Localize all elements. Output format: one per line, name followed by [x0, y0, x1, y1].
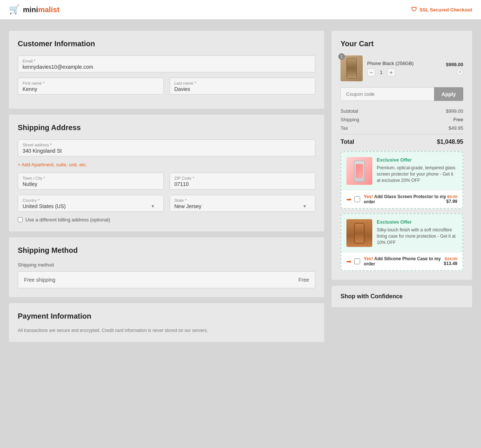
offer-badge-1: Exclusive Offer	[377, 219, 457, 225]
country-wrapper: Country * United States (US) ▼	[18, 195, 164, 212]
total-label: Total	[341, 139, 354, 145]
offer-checkbox-1[interactable]	[354, 258, 360, 264]
offer-add-label-1: Add Silicone Phone Case to my order	[364, 256, 441, 267]
ssl-badge: 🛡 SSL Secured Checkout	[411, 6, 472, 13]
state-select[interactable]: New Jersey	[175, 203, 311, 209]
name-row: First name * Last name *	[18, 78, 315, 95]
country-group: Country * United States (US) ▼	[18, 195, 164, 212]
billing-checkbox[interactable]	[18, 217, 23, 222]
billing-checkbox-label: Use a different billing address (optiona…	[26, 217, 110, 223]
shipping-row: Shipping Free	[341, 117, 463, 122]
offer-desc-1: Silky-touch finish with a soft microfibr…	[377, 227, 457, 245]
email-label: Email *	[23, 59, 311, 63]
offer-card-1: Exclusive Offer Silky-touch finish with …	[341, 213, 463, 271]
shipping-address-section: Shipping Address Street address * Add Ap…	[9, 115, 324, 231]
city-wrapper: Town / City *	[18, 173, 164, 190]
cart-item-image: 1	[341, 55, 363, 81]
add-apartment-link[interactable]: Add Apartment, suite, unit, etc.	[18, 162, 87, 167]
qty-controls: − 1 +	[367, 68, 441, 77]
zip-input[interactable]	[175, 181, 311, 187]
qty-value: 1	[378, 69, 384, 75]
offer-add-text-0: Yes! Add Glass Screen Protector to my or…	[364, 194, 446, 204]
tax-label: Tax	[341, 125, 348, 131]
email-field-wrapper: Email *	[18, 55, 315, 72]
offer-add-text-1: Yes! Add Silicone Phone Case to my order	[364, 256, 444, 267]
offer-add-label-0: Add Glass Screen Protector to my order	[364, 194, 446, 204]
tax-value: $49.95	[448, 125, 463, 131]
state-wrapper: State * New Jersey ▼	[170, 195, 316, 212]
last-name-input[interactable]	[175, 86, 311, 92]
total-value: $1,048.95	[437, 139, 463, 145]
offer-yes-0: Yes!	[364, 194, 373, 199]
shield-icon: 🛡	[411, 6, 417, 13]
offer-yes-1: Yes!	[364, 256, 373, 261]
customer-information-section: Customer Information Email * First name …	[9, 31, 324, 109]
cart-item-info: Phone Black (256GB) − 1 +	[367, 61, 441, 77]
offer-bottom-0: ➡ Yes! Add Glass Screen Protector to my …	[341, 190, 463, 208]
billing-checkbox-row: Use a different billing address (optiona…	[18, 217, 315, 223]
offer-sale-price-1: $13.49	[444, 261, 457, 266]
country-select[interactable]: United States (US)	[23, 203, 159, 209]
street-input[interactable]	[23, 148, 311, 154]
coupon-input[interactable]	[341, 87, 434, 101]
state-label: State *	[175, 198, 311, 203]
zip-wrapper: ZIP Code *	[170, 173, 316, 190]
first-name-wrapper: First name *	[18, 78, 164, 95]
left-column: Customer Information Email * First name …	[9, 31, 324, 342]
shop-confidence-section: Shop with Confidence	[332, 286, 472, 307]
qty-increase-button[interactable]: +	[387, 68, 395, 77]
coupon-row: Apply	[341, 87, 463, 101]
offer-top-0: Exclusive Offer Premium, optical-grade, …	[341, 152, 463, 190]
country-select-wrapper: United States (US) ▼	[23, 203, 159, 209]
cart-item-price-area: $999.00 ✕	[446, 62, 463, 75]
logo: 🛒 minimalist	[9, 4, 60, 15]
city-zip-row: Town / City * ZIP Code *	[18, 173, 315, 190]
email-input[interactable]	[23, 64, 311, 70]
screen-protector-phone-icon	[354, 160, 365, 182]
shipping-option-text: Free shipping	[24, 277, 55, 283]
street-group: Street address *	[18, 139, 315, 156]
first-name-input[interactable]	[23, 86, 159, 92]
customer-info-title: Customer Information	[18, 40, 315, 48]
offer-bottom-1: ➡ Yes! Add Silicone Phone Case to my ord…	[341, 252, 463, 270]
offer-text-0: Exclusive Offer Premium, optical-grade, …	[377, 157, 457, 183]
shipping-option-price: Free	[298, 277, 309, 283]
cart-item-badge: 1	[338, 53, 345, 60]
state-group: State * New Jersey ▼	[170, 195, 316, 212]
subtotal-label: Subtotal	[341, 108, 358, 114]
apply-coupon-button[interactable]: Apply	[434, 87, 463, 101]
payment-section: Payment Information All transactions are…	[9, 303, 324, 342]
remove-item-button[interactable]: ✕	[457, 69, 463, 75]
cart-item: 1 Phone Black (256GB) − 1 + $999.00 ✕	[341, 55, 463, 81]
shipping-method-section: Shipping Method Shipping method Free shi…	[9, 237, 324, 297]
country-state-row: Country * United States (US) ▼ State *	[18, 195, 315, 212]
header: 🛒 minimalist 🛡 SSL Secured Checkout	[0, 0, 481, 20]
offer-arrow-icon-0: ➡	[346, 196, 351, 203]
offer-sale-price-0: $7.99	[446, 199, 457, 204]
subtotal-row: Subtotal $999.00	[341, 108, 463, 114]
offer-top-1: Exclusive Offer Silky-touch finish with …	[341, 214, 463, 252]
logo-text: minimalist	[23, 6, 60, 14]
phone-case-icon	[354, 223, 365, 244]
tax-row: Tax $49.95	[341, 125, 463, 131]
right-column: Your Cart 1 Phone Black (256GB) − 1 + $9…	[332, 31, 472, 342]
email-field-group: Email *	[18, 55, 315, 72]
offer-arrow-icon-1: ➡	[346, 258, 351, 265]
shipping-label: Shipping	[341, 117, 359, 122]
offer-checkbox-0[interactable]	[354, 196, 360, 202]
city-input[interactable]	[23, 181, 159, 187]
offer-card-0: Exclusive Offer Premium, optical-grade, …	[341, 151, 463, 209]
payment-title: Payment Information	[18, 312, 315, 320]
offer-badge-0: Exclusive Offer	[377, 157, 457, 163]
cart-item-name: Phone Black (256GB)	[367, 61, 441, 66]
offer-original-price-0: $9.99	[447, 194, 457, 199]
last-name-group: Last name *	[170, 78, 316, 95]
shipping-option: Free shipping Free	[18, 271, 315, 288]
shipping-method-label: Shipping method	[18, 262, 315, 268]
main-container: Customer Information Email * First name …	[0, 20, 481, 353]
total-row: Total $1,048.95	[341, 134, 463, 145]
shop-confidence-title: Shop with Confidence	[341, 293, 463, 300]
qty-decrease-button[interactable]: −	[367, 68, 375, 77]
offer-image-0	[346, 157, 372, 185]
offers-section: Exclusive Offer Premium, optical-grade, …	[341, 151, 463, 271]
